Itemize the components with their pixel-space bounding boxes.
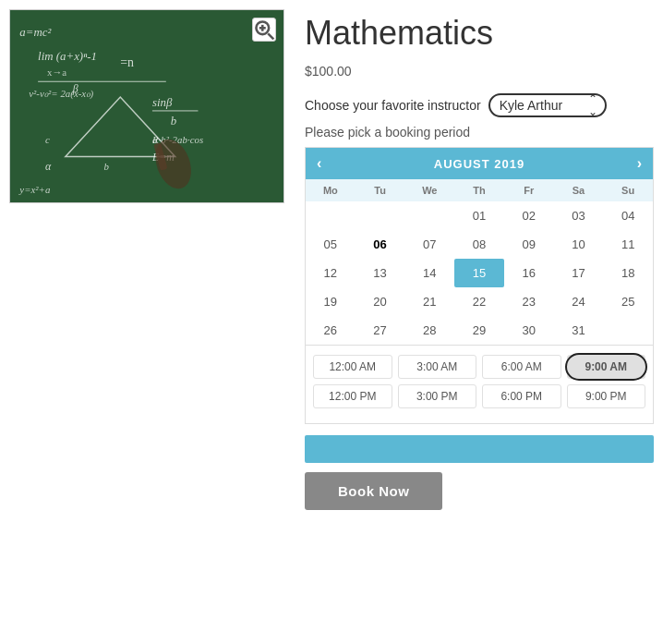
calendar-header: ‹ AUGUST 2019 › [306, 148, 653, 179]
cal-cell-01[interactable]: 01 [454, 201, 504, 230]
time-slot-9pm[interactable]: 9:00 PM [567, 384, 646, 408]
cal-cell-02[interactable]: 02 [504, 201, 554, 230]
cal-cell-12[interactable]: 12 [306, 259, 356, 287]
svg-text:b: b [103, 161, 109, 172]
cal-cell-19[interactable]: 19 [306, 287, 356, 316]
cal-cell-16[interactable]: 16 [504, 259, 554, 287]
cal-cell [404, 201, 454, 230]
cal-cell-05[interactable]: 05 [306, 230, 356, 259]
time-slot-6pm[interactable]: 6:00 PM [482, 384, 561, 408]
time-slot-6am[interactable]: 6:00 AM [482, 355, 561, 379]
cal-cell-27[interactable]: 27 [356, 316, 405, 345]
cal-cell-09[interactable]: 09 [504, 230, 554, 259]
cal-cell-20[interactable]: 20 [356, 287, 405, 316]
cal-cell-14[interactable]: 14 [404, 259, 454, 287]
cal-cell-10[interactable]: 10 [554, 230, 604, 259]
next-month-button[interactable]: › [637, 155, 642, 172]
svg-text:b: b [171, 115, 177, 128]
time-slots-row-2: 12:00 PM 3:00 PM 6:00 PM 9:00 PM [313, 384, 645, 408]
day-name-we: We [404, 179, 454, 201]
cal-cell-31[interactable]: 31 [554, 316, 604, 345]
select-arrow-icon: ⌃⌄ [588, 92, 597, 118]
cal-cell-21[interactable]: 21 [404, 287, 454, 316]
day-name-su: Su [603, 179, 653, 201]
calendar-month-year: AUGUST 2019 [434, 157, 524, 171]
instructor-select-wrapper[interactable]: Kyle Arthur Jane Smith Bob Johnson ⌃⌄ [488, 93, 607, 117]
cal-cell-07[interactable]: 07 [404, 230, 454, 259]
cal-cell [306, 201, 356, 230]
cal-cell-26[interactable]: 26 [306, 316, 356, 345]
zoom-button[interactable] [252, 18, 276, 42]
cal-cell-13[interactable]: 13 [356, 259, 405, 287]
time-slot-3pm[interactable]: 3:00 PM [398, 384, 477, 408]
course-image: a=mc² lim (a+x)ⁿ-1 x→a =n v²-v₀²= 2a(x-x… [9, 9, 284, 203]
time-slot-3am[interactable]: 3:00 AM [398, 355, 477, 379]
calendar-day-names: Mo Tu We Th Fr Sa Su [306, 179, 653, 201]
svg-rect-0 [10, 10, 283, 202]
cal-cell-03[interactable]: 03 [554, 201, 604, 230]
svg-line-22 [268, 33, 273, 39]
svg-text:v²-v₀²= 2a(x-x₀): v²-v₀²= 2a(x-x₀) [29, 88, 93, 100]
cal-cell-17[interactable]: 17 [554, 259, 604, 287]
calendar-grid: 01 02 03 04 05 06 07 08 09 10 11 12 13 1… [306, 201, 653, 345]
day-name-fr: Fr [504, 179, 554, 201]
instructor-label: Choose your favorite instructor [305, 98, 481, 113]
day-name-sa: Sa [554, 179, 604, 201]
time-slot-9am[interactable]: 9:00 AM [567, 355, 646, 379]
time-slots-container: 12:00 AM 3:00 AM 6:00 AM 9:00 AM 12:00 P… [305, 346, 654, 424]
cal-cell-25[interactable]: 25 [603, 287, 653, 316]
svg-text:lim (a+x)ⁿ-1: lim (a+x)ⁿ-1 [38, 50, 97, 63]
time-slot-12am[interactable]: 12:00 AM [313, 355, 392, 379]
svg-text:α: α [45, 160, 52, 173]
day-name-tu: Tu [356, 179, 405, 201]
svg-text:c: c [45, 134, 50, 145]
cal-cell-15[interactable]: 15 [454, 259, 504, 287]
time-slot-12pm[interactable]: 12:00 PM [313, 384, 392, 408]
svg-text:sinβ: sinβ [152, 96, 173, 109]
cal-cell-22[interactable]: 22 [454, 287, 504, 316]
cal-cell-08[interactable]: 08 [454, 230, 504, 259]
cal-cell [603, 316, 653, 345]
cal-cell-18[interactable]: 18 [603, 259, 653, 287]
progress-bar [305, 435, 654, 463]
day-name-th: Th [454, 179, 504, 201]
time-slots-row-1: 12:00 AM 3:00 AM 6:00 AM 9:00 AM [313, 355, 645, 379]
cal-cell-30[interactable]: 30 [504, 316, 554, 345]
prev-month-button[interactable]: ‹ [317, 155, 321, 172]
course-price: $100.00 [305, 64, 654, 79]
cal-cell-23[interactable]: 23 [504, 287, 554, 316]
booking-period-label: Please pick a booking period [305, 125, 654, 140]
svg-text:a=mc²: a=mc² [19, 26, 52, 39]
cal-cell [356, 201, 405, 230]
day-name-mo: Mo [306, 179, 356, 201]
cal-cell-29[interactable]: 29 [454, 316, 504, 345]
book-now-button[interactable]: Book Now [305, 472, 442, 510]
svg-text:β: β [72, 82, 78, 95]
svg-text:y=x²+a: y=x²+a [18, 184, 51, 195]
calendar: ‹ AUGUST 2019 › Mo Tu We Th Fr Sa Su 01 … [305, 147, 654, 346]
svg-text:=n: =n [120, 55, 134, 69]
instructor-select[interactable]: Kyle Arthur Jane Smith Bob Johnson [500, 98, 579, 113]
cal-cell-06[interactable]: 06 [356, 230, 405, 259]
cal-cell-24[interactable]: 24 [554, 287, 604, 316]
course-title: Mathematics [305, 14, 654, 53]
cal-cell-04[interactable]: 04 [603, 201, 653, 230]
cal-cell-11[interactable]: 11 [603, 230, 653, 259]
svg-text:x→a: x→a [47, 67, 66, 78]
cal-cell-28[interactable]: 28 [404, 316, 454, 345]
